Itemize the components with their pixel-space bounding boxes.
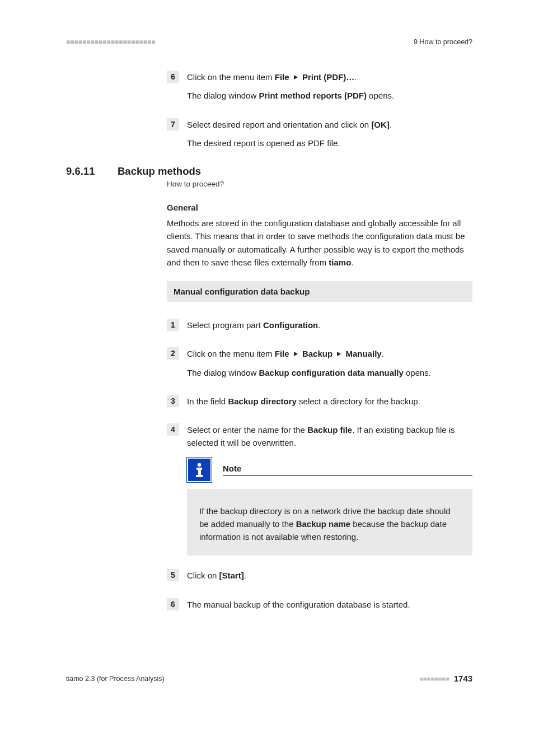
step-subtext: The desired report is opened as PDF file… — [187, 137, 472, 150]
note-title: Note — [223, 464, 472, 476]
page-number: 1743 — [454, 674, 472, 683]
step-text: Select desired report and orientation an… — [187, 118, 392, 131]
footer-page: ■■■■■■■■ 1743 — [419, 674, 472, 683]
step-number: 1 — [167, 319, 179, 331]
note-block: Note If the backup directory is on a net… — [187, 458, 472, 556]
section-title: Backup methods — [118, 165, 201, 178]
step-number: 6 — [167, 598, 179, 610]
footer-product: tiamo 2.3 (for Process Analysis) — [66, 675, 165, 683]
triangle-icon — [294, 352, 298, 356]
procedure-band: Manual configuration data backup — [167, 281, 472, 302]
section-number: 9.6.11 — [66, 165, 118, 178]
section-heading: 9.6.11 Backup methods — [66, 165, 472, 178]
page-footer: tiamo 2.3 (for Process Analysis) ■■■■■■■… — [66, 674, 472, 683]
step-text: Click on the menu item File Print (PDF)…… — [187, 71, 357, 83]
general-heading: General — [167, 203, 472, 212]
triangle-icon — [337, 352, 341, 356]
step-4: 4 Select or enter the name for the Backu… — [167, 423, 472, 450]
step-number: 3 — [167, 395, 179, 407]
header-dots-left: ■■■■■■■■■■■■■■■■■■■■■■ — [66, 38, 155, 46]
step-2: 2 Click on the menu item File Backup Man… — [167, 347, 472, 360]
step-5: 5 Click on [Start]. — [167, 569, 472, 582]
step-1: 1 Select program part Configuration. — [167, 319, 472, 332]
general-paragraph: Methods are stored in the configuration … — [167, 217, 472, 269]
step-text: Click on the menu item File Backup Manua… — [187, 347, 384, 360]
step-number: 6 — [167, 71, 179, 83]
step-number: 7 — [167, 118, 179, 130]
step-text: Select or enter the name for the Backup … — [187, 423, 472, 450]
step-number: 5 — [167, 569, 179, 581]
footer-dots-icon: ■■■■■■■■ — [419, 675, 449, 682]
step-text: The manual backup of the configuration d… — [187, 598, 410, 611]
step-subtext: The dialog window Print method reports (… — [187, 89, 472, 102]
breadcrumb: How to proceed? — [167, 180, 472, 188]
triangle-icon — [294, 75, 298, 80]
step-text: Select program part Configuration. — [187, 319, 320, 332]
step-text: Click on [Start]. — [187, 569, 246, 582]
step-number: 4 — [167, 423, 179, 436]
step-6-prev: 6 Click on the menu item File Print (PDF… — [167, 71, 472, 83]
note-body: If the backup directory is on a network … — [187, 489, 472, 556]
step-subtext: The dialog window Backup configuration d… — [187, 366, 472, 379]
step-number: 2 — [167, 347, 179, 360]
step-6: 6 The manual backup of the configuration… — [167, 598, 472, 611]
svg-point-0 — [198, 463, 201, 466]
step-7-prev: 7 Select desired report and orientation … — [167, 118, 472, 131]
step-3: 3 In the field Backup directory select a… — [167, 395, 472, 408]
svg-rect-2 — [198, 468, 201, 475]
info-icon — [187, 458, 212, 482]
svg-rect-3 — [196, 475, 203, 477]
page-header: ■■■■■■■■■■■■■■■■■■■■■■ 9 How to proceed? — [66, 38, 472, 46]
step-text: In the field Backup directory select a d… — [187, 395, 420, 408]
header-chapter: 9 How to proceed? — [414, 38, 472, 46]
